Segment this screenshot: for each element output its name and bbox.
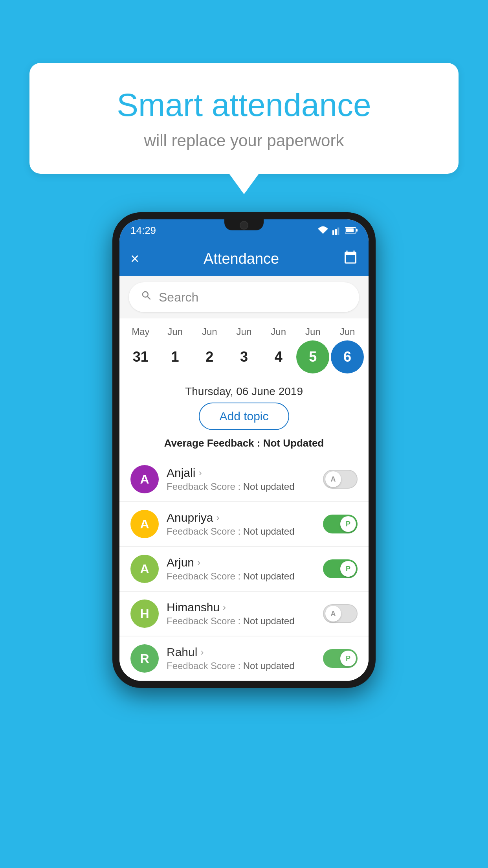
- calendar-row: May Jun Jun Jun Jun Jun Jun 31 1 2 3 4 5…: [119, 318, 369, 377]
- avatar: H: [130, 600, 159, 628]
- cal-month-5[interactable]: Jun: [296, 326, 329, 337]
- toggle-on[interactable]: P: [323, 559, 358, 578]
- battery-icon: [345, 227, 358, 234]
- cal-month-1[interactable]: Jun: [159, 326, 192, 337]
- selected-date-label: Thursday, 06 June 2019: [119, 377, 369, 403]
- add-topic-button[interactable]: Add topic: [199, 403, 289, 430]
- avatar: A: [130, 555, 159, 583]
- search-placeholder: Search: [159, 290, 198, 305]
- svg-rect-0: [332, 230, 334, 235]
- signal-icon: [332, 226, 341, 235]
- svg-rect-5: [356, 229, 358, 232]
- cal-date-2[interactable]: 2: [193, 340, 226, 373]
- student-info: Arjun › Feedback Score : Not updated: [159, 556, 323, 582]
- student-score: Feedback Score : Not updated: [167, 571, 323, 582]
- calendar-button[interactable]: [343, 250, 358, 268]
- toggle-knob: P: [340, 516, 356, 532]
- student-info: Anjali › Feedback Score : Not updated: [159, 466, 323, 492]
- list-item[interactable]: A Arjun › Feedback Score : Not updated P: [119, 547, 369, 591]
- cal-date-3[interactable]: 3: [227, 340, 261, 373]
- phone-outer: 14:29: [112, 212, 376, 688]
- search-input[interactable]: Search: [129, 282, 359, 312]
- chevron-right-icon: ›: [223, 602, 226, 613]
- toggle-knob: P: [340, 651, 356, 666]
- student-info: Rahul › Feedback Score : Not updated: [159, 645, 323, 671]
- avg-feedback: Average Feedback : Not Updated: [119, 437, 369, 457]
- chevron-right-icon: ›: [216, 512, 219, 523]
- phone-wrapper: 14:29: [112, 212, 376, 688]
- cal-date-5[interactable]: 5: [296, 340, 329, 373]
- bubble-subtitle: will replace your paperwork: [49, 131, 439, 150]
- avatar: A: [130, 510, 159, 538]
- attendance-toggle[interactable]: P: [323, 559, 358, 578]
- phone-screen: 14:29: [119, 219, 369, 681]
- student-name: Himanshu ›: [167, 601, 323, 614]
- chevron-right-icon: ›: [197, 557, 200, 568]
- bubble-title: Smart attendance: [49, 86, 439, 123]
- toggle-off[interactable]: A: [323, 470, 358, 489]
- student-info: Himanshu › Feedback Score : Not updated: [159, 601, 323, 627]
- avatar: A: [130, 465, 159, 493]
- attendance-toggle[interactable]: A: [323, 470, 358, 489]
- add-topic-wrap: Add topic: [119, 403, 369, 437]
- phone-notch: [224, 219, 264, 230]
- calendar-dates: 31 1 2 3 4 5 6: [119, 340, 369, 373]
- status-icons: [317, 226, 358, 235]
- calendar-months: May Jun Jun Jun Jun Jun Jun: [119, 326, 369, 340]
- cal-date-0[interactable]: 31: [124, 340, 157, 373]
- cal-month-0[interactable]: May: [124, 326, 157, 337]
- student-score: Feedback Score : Not updated: [167, 660, 323, 671]
- wifi-icon: [317, 226, 328, 235]
- close-button[interactable]: ×: [130, 250, 139, 267]
- student-name: Anjali ›: [167, 466, 323, 480]
- student-name: Arjun ›: [167, 556, 323, 569]
- cal-month-4[interactable]: Jun: [262, 326, 295, 337]
- chevron-right-icon: ›: [198, 467, 202, 478]
- chevron-right-icon: ›: [200, 647, 204, 658]
- student-name: Anupriya ›: [167, 511, 323, 524]
- list-item[interactable]: R Rahul › Feedback Score : Not updated P: [119, 636, 369, 681]
- toggle-on[interactable]: P: [323, 649, 358, 668]
- status-time: 14:29: [130, 224, 156, 237]
- list-item[interactable]: A Anjali › Feedback Score : Not updated …: [119, 457, 369, 502]
- svg-rect-4: [346, 228, 354, 232]
- avg-feedback-label: Average Feedback :: [164, 437, 263, 449]
- toggle-knob: P: [340, 561, 356, 577]
- app-bar-title: Attendance: [139, 250, 343, 267]
- list-item[interactable]: H Himanshu › Feedback Score : Not update…: [119, 592, 369, 636]
- student-score: Feedback Score : Not updated: [167, 616, 323, 627]
- cal-date-1[interactable]: 1: [159, 340, 192, 373]
- cal-month-2[interactable]: Jun: [193, 326, 226, 337]
- avatar: R: [130, 644, 159, 673]
- student-list: A Anjali › Feedback Score : Not updated …: [119, 457, 369, 681]
- cal-month-3[interactable]: Jun: [227, 326, 261, 337]
- attendance-toggle[interactable]: P: [323, 515, 358, 533]
- cal-date-6[interactable]: 6: [331, 340, 364, 373]
- search-icon: [141, 290, 152, 305]
- speech-bubble: Smart attendance will replace your paper…: [29, 63, 459, 174]
- attendance-toggle[interactable]: P: [323, 649, 358, 668]
- app-bar: × Attendance: [119, 241, 369, 276]
- svg-rect-2: [338, 228, 339, 235]
- toggle-on[interactable]: P: [323, 515, 358, 533]
- student-score: Feedback Score : Not updated: [167, 481, 323, 492]
- student-score: Feedback Score : Not updated: [167, 526, 323, 537]
- toggle-off[interactable]: A: [323, 604, 358, 623]
- cal-date-4[interactable]: 4: [262, 340, 295, 373]
- list-item[interactable]: A Anupriya › Feedback Score : Not update…: [119, 502, 369, 546]
- search-bar: Search: [119, 276, 369, 318]
- attendance-toggle[interactable]: A: [323, 604, 358, 623]
- svg-rect-1: [335, 229, 337, 235]
- toggle-knob: A: [325, 606, 341, 622]
- phone-camera: [240, 221, 248, 230]
- student-info: Anupriya › Feedback Score : Not updated: [159, 511, 323, 537]
- toggle-knob: A: [325, 471, 341, 487]
- cal-month-6[interactable]: Jun: [331, 326, 364, 337]
- student-name: Rahul ›: [167, 645, 323, 659]
- avg-feedback-value: Not Updated: [263, 437, 324, 449]
